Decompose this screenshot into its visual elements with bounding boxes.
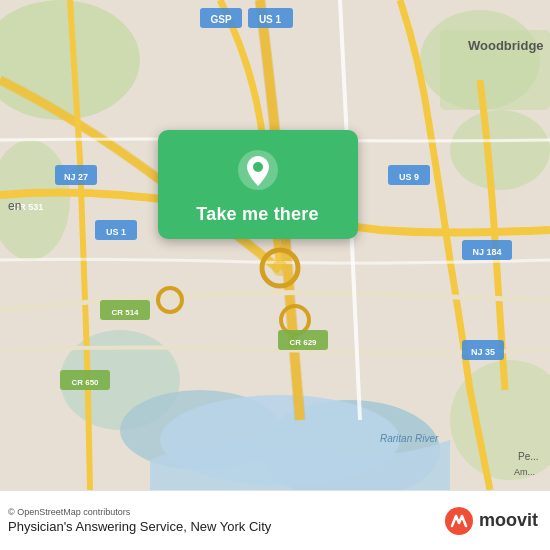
location-pin-icon	[236, 148, 280, 192]
svg-text:NJ 184: NJ 184	[472, 247, 501, 257]
svg-point-12	[272, 260, 288, 276]
osm-attribution: © OpenStreetMap contributors	[8, 507, 271, 517]
svg-text:CR 629: CR 629	[289, 338, 317, 347]
svg-text:US 1: US 1	[259, 14, 282, 25]
moovit-icon	[444, 506, 474, 536]
svg-text:NJ 27: NJ 27	[64, 172, 88, 182]
navigation-card[interactable]: Take me there	[158, 130, 358, 239]
svg-text:US 1: US 1	[106, 227, 126, 237]
svg-text:en: en	[8, 199, 21, 213]
location-name: Physician's Answering Service, New York …	[8, 519, 271, 534]
svg-text:CR 514: CR 514	[111, 308, 139, 317]
svg-point-42	[253, 162, 263, 172]
svg-text:US 9: US 9	[399, 172, 419, 182]
map-container: GSP US 1 NJ 27 US 1 US 9 NJ 184 NJ 35 CR…	[0, 0, 550, 490]
bottom-bar: © OpenStreetMap contributors Physician's…	[0, 490, 550, 550]
take-me-there-button[interactable]: Take me there	[196, 204, 318, 225]
svg-text:Am...: Am...	[514, 467, 535, 477]
svg-text:NJ 35: NJ 35	[471, 347, 495, 357]
svg-text:CR 650: CR 650	[71, 378, 99, 387]
moovit-logo[interactable]: moovit	[444, 506, 538, 536]
svg-text:Woodbridge: Woodbridge	[468, 38, 544, 53]
svg-text:GSP: GSP	[210, 14, 231, 25]
svg-text:Raritan River: Raritan River	[380, 433, 439, 444]
svg-point-3	[450, 110, 550, 190]
location-info: © OpenStreetMap contributors Physician's…	[8, 507, 271, 534]
map-background: GSP US 1 NJ 27 US 1 US 9 NJ 184 NJ 35 CR…	[0, 0, 550, 490]
svg-text:Pe...: Pe...	[518, 451, 539, 462]
moovit-brand-text: moovit	[479, 510, 538, 531]
take-me-there-card[interactable]: Take me there	[155, 130, 360, 239]
